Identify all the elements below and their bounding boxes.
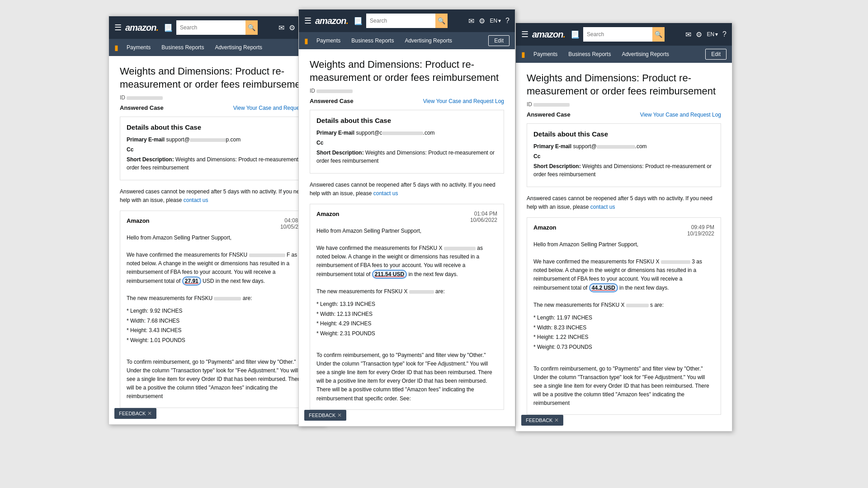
bookmark-icon-1: ▮ xyxy=(114,43,118,52)
details-title-3: Details about this Case xyxy=(533,130,714,138)
contact-link-3[interactable]: contact us xyxy=(590,204,615,210)
notice-text-1: Answered cases cannot be reopened after … xyxy=(120,188,314,205)
message-header-2: Amazon 01:04 PM 10/06/2022 xyxy=(316,211,497,223)
case-id-1: ID xyxy=(120,94,314,101)
bookmark-icon-3: ▮ xyxy=(521,50,525,59)
nav-payments-2[interactable]: Payments xyxy=(312,34,345,47)
feedback-close-icon-3[interactable]: ✕ xyxy=(554,417,559,423)
contact-link-1[interactable]: contact us xyxy=(184,197,208,203)
lang-selector-2[interactable]: EN ▾ xyxy=(490,18,501,24)
topbar-right-2: ✉ ⚙ EN ▾ ? xyxy=(468,17,509,25)
nav-business-reports-2[interactable]: Business Reports xyxy=(347,34,398,47)
status-row-2: Answered Case View Your Case and Request… xyxy=(310,98,504,104)
page-title-3: Weights and Dimensions: Product re-measu… xyxy=(527,72,721,98)
mail-icon-2[interactable]: ✉ xyxy=(468,17,474,25)
status-row-1: Answered Case View Your Case and Request… xyxy=(120,104,314,111)
detail-email-2: Primary E-mail support@c.com xyxy=(316,129,497,137)
view-link-3[interactable]: View Your Case and Request Log xyxy=(640,112,721,118)
page-title-1: Weights and Dimensions: Product re-measu… xyxy=(120,65,314,91)
content-3: Weights and Dimensions: Product re-measu… xyxy=(516,63,732,431)
navbar-1: ▮ Payments Business Reports Advertising … xyxy=(109,39,325,56)
content-1: Weights and Dimensions: Product re-measu… xyxy=(109,56,325,424)
details-title-2: Details about this Case xyxy=(316,117,497,124)
case-id-3: ID xyxy=(527,101,721,108)
topbar-1: ☰ amazon. 📃 🔍 ✉ ⚙ EN ▾ ? xyxy=(109,16,325,39)
message-card-2: Amazon 01:04 PM 10/06/2022 Hello from Am… xyxy=(310,204,504,410)
amazon-logo: amazon. xyxy=(125,23,158,33)
nav-advertising-reports-2[interactable]: Advertising Reports xyxy=(400,34,457,47)
hamburger-icon[interactable]: ☰ xyxy=(114,23,122,33)
gear-icon-2[interactable]: ⚙ xyxy=(479,17,485,25)
search-box-3: 🔍 xyxy=(583,27,665,42)
details-card-1: Details about this Case Primary E-mail s… xyxy=(120,117,314,180)
hamburger-icon-2[interactable]: ☰ xyxy=(304,16,311,26)
message-body-1: Hello from Amazon Selling Partner Suppor… xyxy=(127,234,307,401)
feedback-button-2[interactable]: FEEDBACK ✕ xyxy=(304,410,346,421)
browser-window-3: ☰ amazon. 📃 🔍 ✉ ⚙ EN ▾ ? ▮ Payments Busi… xyxy=(515,23,732,432)
notice-text-2: Answered cases cannot be reopened after … xyxy=(310,181,504,198)
detail-cc-1: Cc xyxy=(127,145,307,154)
notice-text-3: Answered cases cannot be reopened after … xyxy=(527,194,721,211)
topbar-2: ☰ amazon. 📃 🔍 ✉ ⚙ EN ▾ ? xyxy=(299,9,515,32)
detail-short-desc-2: Short Description: Weights and Dimension… xyxy=(316,149,497,165)
search-button-3[interactable]: 🔍 xyxy=(652,27,665,42)
amazon-logo-3: amazon. xyxy=(532,29,565,40)
content-2: Weights and Dimensions: Product re-measu… xyxy=(299,49,515,426)
search-input-3[interactable] xyxy=(583,27,652,42)
details-title-1: Details about this Case xyxy=(127,123,307,131)
help-icon-2[interactable]: ? xyxy=(505,17,509,25)
message-card-3: Amazon 09:49 PM 10/19/2022 Hello from Am… xyxy=(527,217,721,415)
edit-button-3[interactable]: Edit xyxy=(705,49,726,60)
message-time-2: 01:04 PM 10/06/2022 xyxy=(470,211,497,223)
gear-icon-1[interactable]: ⚙ xyxy=(289,23,295,32)
measurements-2: * Length: 13.19 INCHES * Width: 12.13 IN… xyxy=(316,300,497,338)
gear-icon-3[interactable]: ⚙ xyxy=(696,30,702,39)
topbar-3: ☰ amazon. 📃 🔍 ✉ ⚙ EN ▾ ? xyxy=(516,23,732,46)
search-box-2: 🔍 xyxy=(366,14,448,28)
detail-email-1: Primary E-mail support@p.com xyxy=(127,136,307,144)
message-header-3: Amazon 09:49 PM 10/19/2022 xyxy=(533,224,714,237)
feedback-button-3[interactable]: FEEDBACK ✕ xyxy=(521,415,563,426)
feedback-button-1[interactable]: FEEDBACK ✕ xyxy=(114,408,156,419)
case-id-2: ID xyxy=(310,88,504,94)
view-link-2[interactable]: View Your Case and Request Log xyxy=(423,98,504,104)
browser-window-2: ☰ amazon. 📃 🔍 ✉ ⚙ EN ▾ ? ▮ Payments Busi… xyxy=(298,9,515,427)
message-header-1: Amazon 04:08 AM 10/05/2022 xyxy=(127,217,307,230)
details-card-2: Details about this Case Primary E-mail s… xyxy=(310,110,504,174)
message-card-1: Amazon 04:08 AM 10/05/2022 Hello from Am… xyxy=(120,211,314,408)
search-input-2[interactable] xyxy=(366,14,435,28)
detail-short-desc-3: Short Description: Weights and Dimension… xyxy=(533,162,714,178)
nav-business-reports-3[interactable]: Business Reports xyxy=(564,47,615,61)
help-icon-3[interactable]: ? xyxy=(722,30,726,38)
answered-badge-2: Answered Case xyxy=(310,98,354,104)
feedback-close-icon-2[interactable]: ✕ xyxy=(337,412,342,418)
feedback-close-icon-1[interactable]: ✕ xyxy=(147,410,152,417)
answered-badge-3: Answered Case xyxy=(527,111,571,118)
message-body-3: Hello from Amazon Selling Partner Suppor… xyxy=(533,240,714,408)
nav-advertising-reports-1[interactable]: Advertising Reports xyxy=(210,41,267,54)
search-button-2[interactable]: 🔍 xyxy=(435,14,448,28)
message-time-3: 09:49 PM 10/19/2022 xyxy=(687,224,714,237)
search-button-1[interactable]: 🔍 xyxy=(245,20,258,35)
nav-payments-1[interactable]: Payments xyxy=(122,41,155,54)
page-title-2: Weights and Dimensions: Product re-measu… xyxy=(310,58,504,84)
nav-payments-3[interactable]: Payments xyxy=(529,47,562,61)
nav-advertising-reports-3[interactable]: Advertising Reports xyxy=(617,47,674,61)
lang-selector-3[interactable]: EN ▾ xyxy=(707,31,718,38)
search-input-1[interactable] xyxy=(176,20,245,35)
mail-icon-1[interactable]: ✉ xyxy=(278,23,284,32)
navbar-3: ▮ Payments Business Reports Advertising … xyxy=(516,46,732,63)
nav-business-reports-1[interactable]: Business Reports xyxy=(157,41,208,54)
hamburger-icon-3[interactable]: ☰ xyxy=(521,29,528,39)
sender-3: Amazon xyxy=(533,224,557,231)
measurements-3: * Length: 11.97 INCHES * Width: 8.23 INC… xyxy=(533,313,714,352)
contact-link-2[interactable]: contact us xyxy=(373,190,398,197)
seller-central-icon: 📃 xyxy=(164,23,173,32)
search-box-1: 🔍 xyxy=(176,20,258,35)
navbar-2: ▮ Payments Business Reports Advertising … xyxy=(299,32,515,49)
detail-cc-2: Cc xyxy=(316,139,497,147)
edit-button-2[interactable]: Edit xyxy=(488,35,509,46)
mail-icon-3[interactable]: ✉ xyxy=(685,30,691,39)
measurements-1: * Length: 9.92 INCHES * Width: 7.68 INCH… xyxy=(127,306,307,345)
amazon-logo-2: amazon. xyxy=(315,16,348,26)
